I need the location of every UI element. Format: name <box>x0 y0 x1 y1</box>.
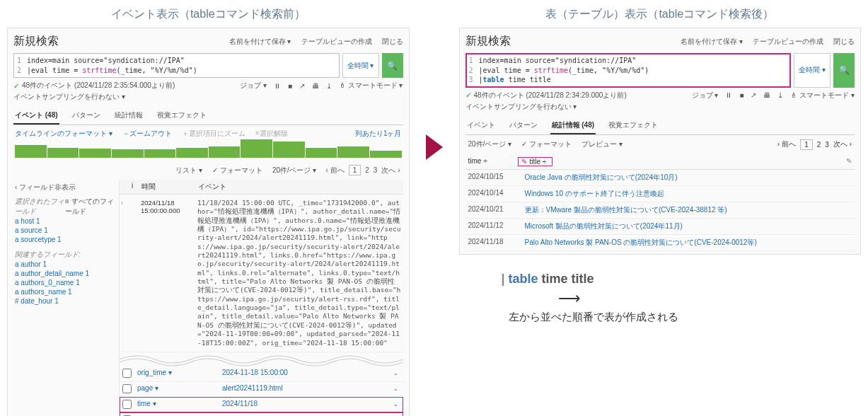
save-as-menu[interactable]: 名前を付けて保存 ▾ <box>229 37 291 47</box>
field-link[interactable]: a author 1 <box>15 260 115 269</box>
print-icon[interactable]: 🖶 <box>312 82 319 90</box>
job-menu[interactable]: ジョブ ▾ <box>692 91 719 100</box>
field-link[interactable]: a author_detail_name 1 <box>15 269 115 278</box>
close-button[interactable]: 閉じる <box>382 37 403 47</box>
tab-events[interactable]: イベント (48) <box>13 108 59 125</box>
timeline-format[interactable]: タイムラインのフォーマット ▾ <box>15 129 112 139</box>
search-button[interactable]: 🔍 <box>833 53 855 88</box>
chevron-down-icon[interactable]: ⌄ <box>390 381 403 397</box>
timeline-bar[interactable] <box>176 148 208 158</box>
table-row[interactable]: 2024/11/18Palo Alto Networks 製 PAN-OS の脆… <box>465 235 855 251</box>
tab-patterns[interactable]: パターン <box>508 117 539 134</box>
close-button[interactable]: 閉じる <box>833 37 855 47</box>
search-button[interactable]: 🔍 <box>382 53 403 78</box>
tab-patterns[interactable]: パターン <box>71 108 102 125</box>
pause-icon[interactable]: ⏸ <box>274 82 281 90</box>
share-icon[interactable]: ↗ <box>751 91 756 99</box>
timeline-bar[interactable] <box>306 148 337 158</box>
job-menu[interactable]: ジョブ ▾ <box>240 81 267 91</box>
field-checkbox[interactable] <box>122 384 132 393</box>
table-row[interactable]: 2024/11/12Microsoft 製品の脆弱性対策について(2024年11… <box>465 219 855 235</box>
table-row[interactable]: 2024/10/14Windows 10 のサポート終了に伴う注意喚起 <box>465 186 855 202</box>
field-link[interactable]: # date_hour 1 <box>15 296 115 306</box>
timeline-bar[interactable] <box>241 139 272 158</box>
field-link[interactable]: a host 1 <box>15 216 115 226</box>
format-toggle[interactable]: ✓ フォーマット <box>521 139 572 149</box>
timeline-bar[interactable] <box>273 141 305 158</box>
tab-statistics[interactable]: 統計情報 <box>113 108 144 125</box>
stop-icon[interactable]: ■ <box>288 82 292 90</box>
preview-toggle[interactable]: プレビュー ▾ <box>581 139 623 149</box>
tab-events[interactable]: イベント <box>465 117 497 134</box>
pager-page-1[interactable]: 1 <box>800 139 813 150</box>
chevron-down-icon[interactable]: ⌄ <box>390 412 403 416</box>
table-row[interactable]: 2024/10/21更新：VMware 製品の脆弱性対策について(CVE-202… <box>465 202 855 219</box>
field-link[interactable]: a authors_name 1 <box>15 287 115 296</box>
field-row[interactable]: title ▾Palo Alto Networks 製 PAN-OS の脆弱性対… <box>120 412 403 416</box>
per-page-select[interactable]: 20件/ページ ▾ <box>468 139 512 149</box>
zoom-out[interactable]: －ズームアウト <box>122 129 172 139</box>
pager-prev[interactable]: ‹ 前へ <box>326 166 345 175</box>
field-link[interactable]: a source 1 <box>15 226 115 235</box>
col-time[interactable]: time ÷ <box>468 157 487 165</box>
field-checkbox[interactable] <box>122 400 132 409</box>
pager-next[interactable]: 次へ › <box>381 166 400 175</box>
field-row[interactable]: page ▾alert20241119.html⌄ <box>120 381 403 397</box>
list-view-toggle[interactable]: リスト ▾ <box>175 166 202 175</box>
pause-icon[interactable]: ⏸ <box>725 91 732 99</box>
pager-page-2[interactable]: 2 <box>365 166 369 174</box>
tab-visualization[interactable]: 視覚エフェクト <box>156 108 208 125</box>
search-input-right[interactable]: 1index=main source="syndication://IPA" 2… <box>465 53 792 88</box>
field-checkbox[interactable] <box>122 369 132 378</box>
create-table-view[interactable]: テーブルビューの作成 <box>301 37 372 47</box>
time-range-picker[interactable]: 全時間 ▾ <box>342 53 379 78</box>
pencil-icon[interactable]: ✎ <box>846 157 852 166</box>
export-icon[interactable]: ⤓ <box>777 91 783 99</box>
field-row[interactable]: time ▾2024/11/18⌄ <box>120 397 403 412</box>
timeline-bar[interactable] <box>144 149 176 158</box>
field-link[interactable]: a sourcetype 1 <box>15 235 115 244</box>
chevron-down-icon[interactable]: ⌄ <box>390 366 403 382</box>
hide-fields[interactable]: ‹ フィールド非表示 <box>15 183 76 192</box>
col-title[interactable]: title ÷ <box>530 158 547 166</box>
timeline-bar[interactable] <box>337 146 369 158</box>
sampling-toggle[interactable]: イベントサンプリングを行わない ▾ <box>13 92 403 105</box>
smart-mode-toggle[interactable]: 🕯 スマートモード ▾ <box>790 91 855 100</box>
time-range-picker[interactable]: 全時間 ▾ <box>794 53 831 88</box>
chevron-right-icon[interactable]: › <box>120 197 129 349</box>
table-row[interactable]: 2024/10/15Oracle Java の脆弱性対策について(2024年10… <box>465 170 855 186</box>
export-icon[interactable]: ⤓ <box>326 82 332 90</box>
save-as-menu[interactable]: 名前を付けて保存 ▾ <box>681 37 743 47</box>
timeline-chart[interactable] <box>13 142 403 161</box>
timeline-bar[interactable] <box>15 145 47 158</box>
pager-page-2[interactable]: 2 <box>817 141 821 149</box>
pager-prev[interactable]: ‹ 前へ <box>777 139 796 149</box>
print-icon[interactable]: 🖶 <box>763 91 770 99</box>
pager-next[interactable]: 次へ › <box>833 139 852 149</box>
search-input-left[interactable]: 1index=main source="syndication://IPA" 2… <box>13 53 340 78</box>
field-key[interactable]: orig_time ▾ <box>134 366 219 382</box>
timeline-bar[interactable] <box>370 151 402 158</box>
pager-page-3[interactable]: 3 <box>374 166 378 174</box>
pager-page-1[interactable]: 1 <box>349 165 361 175</box>
smart-mode-toggle[interactable]: 🕯 スマートモード ▾ <box>339 81 403 91</box>
field-key[interactable]: page ▾ <box>134 381 219 397</box>
format-toggle[interactable]: ✓ フォーマット <box>212 166 262 175</box>
timeline-bar[interactable] <box>209 146 241 158</box>
field-key[interactable]: title ▾ <box>134 412 219 416</box>
pager-page-3[interactable]: 3 <box>825 141 829 149</box>
event-row[interactable]: › 2024/11/1815:00:00.000 11/18/2024 15:0… <box>120 195 403 352</box>
field-row[interactable]: orig_time ▾2024-11-18 15:00:00⌄ <box>120 366 403 382</box>
tab-visualization[interactable]: 視覚エフェクト <box>607 117 659 134</box>
pencil-icon[interactable]: ✎ <box>521 158 527 166</box>
timeline-bar[interactable] <box>79 149 111 158</box>
tab-statistics[interactable]: 統計情報 (48) <box>550 117 596 134</box>
create-table-view[interactable]: テーブルビューの作成 <box>753 37 823 47</box>
timeline-bar[interactable] <box>47 148 79 158</box>
field-link[interactable]: a authors_0_name 1 <box>15 278 115 287</box>
timeline-bar[interactable] <box>112 149 144 158</box>
chevron-down-icon[interactable]: ⌄ <box>390 397 403 412</box>
share-icon[interactable]: ↗ <box>299 82 305 90</box>
stop-icon[interactable]: ■ <box>739 91 743 99</box>
field-key[interactable]: time ▾ <box>134 397 219 412</box>
